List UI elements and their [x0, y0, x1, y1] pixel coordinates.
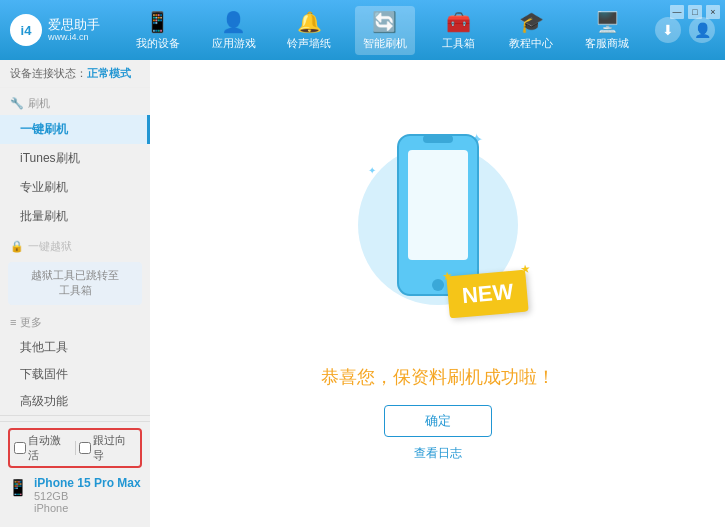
guided-activation-checkbox[interactable]: 跟过向导 — [79, 433, 136, 463]
iphone-icon: 📱 — [8, 478, 28, 497]
logo-text: 爱思助手 www.i4.cn — [48, 17, 100, 43]
nav-apps-games[interactable]: 👤 应用游戏 — [204, 6, 264, 55]
download-button[interactable]: ⬇ — [655, 17, 681, 43]
sidebar-item-other-tools[interactable]: 其他工具 — [0, 334, 150, 361]
svg-rect-2 — [423, 135, 453, 143]
nav-toolbox[interactable]: 🧰 工具箱 — [431, 6, 486, 55]
flash-group: 🔧 刷机 一键刷机 iTunes刷机 专业刷机 批量刷机 — [0, 92, 150, 231]
confirm-button[interactable]: 确定 — [384, 405, 492, 437]
sparkle-3: ✦ — [368, 165, 376, 176]
nav-bar: 📱 我的设备 👤 应用游戏 🔔 铃声墙纸 🔄 智能刷机 🧰 工具箱 🎓 — [120, 6, 645, 55]
ringtones-icon: 🔔 — [297, 10, 322, 34]
success-message: 恭喜您，保资料刷机成功啦！ — [321, 365, 555, 389]
more-section-header: ≡ 更多 — [0, 311, 150, 334]
tutorial-icon: 🎓 — [519, 10, 544, 34]
nav-my-device[interactable]: 📱 我的设备 — [128, 6, 188, 55]
auto-activate-checkbox[interactable]: 自动激活 — [14, 433, 71, 463]
lock-icon: 🔒 — [10, 240, 24, 253]
sidebar-item-batch-flash[interactable]: 批量刷机 — [0, 202, 150, 231]
toolbox-icon: 🧰 — [446, 10, 471, 34]
apps-icon: 👤 — [221, 10, 246, 34]
sidebar-item-download-firmware[interactable]: 下载固件 — [0, 361, 150, 388]
auto-options-group: 自动激活 跟过向导 — [8, 428, 142, 468]
window-controls: — □ × — [670, 5, 720, 19]
close-button[interactable]: × — [706, 5, 720, 19]
device-name[interactable]: iPhone 15 Pro Max — [34, 476, 141, 490]
view-log-link[interactable]: 查看日志 — [414, 445, 462, 462]
guided-activation-input[interactable] — [79, 442, 91, 454]
sidebar-item-advanced[interactable]: 高级功能 — [0, 388, 150, 415]
service-icon: 🖥️ — [595, 10, 620, 34]
device-details: iPhone 15 Pro Max 512GB iPhone — [34, 476, 141, 514]
jailbreak-disabled: 🔒 一键越狱 — [0, 235, 150, 258]
main-content: ✦ ✦ ✦ NEW 恭喜您，保资料刷机成功啦！ 确定 查看日志 — [150, 60, 725, 527]
nav-tutorial[interactable]: 🎓 教程中心 — [501, 6, 561, 55]
divider — [75, 441, 76, 455]
device-section: 自动激活 跟过向导 📱 iPhone 15 Pro Max 512GB iPho… — [0, 421, 150, 522]
sidebar-device-section: 自动激活 跟过向导 📱 iPhone 15 Pro Max 512GB iPho… — [0, 415, 150, 527]
sidebar: 设备连接状态：正常模式 🔧 刷机 一键刷机 iTunes刷机 专业刷机 批量刷机 — [0, 60, 150, 527]
svg-rect-1 — [408, 150, 468, 260]
phone-illustration: ✦ ✦ ✦ NEW — [338, 125, 538, 345]
nav-smart-flash[interactable]: 🔄 智能刷机 — [355, 6, 415, 55]
maximize-button[interactable]: □ — [688, 5, 702, 19]
logo-icon: i4 — [10, 14, 42, 46]
new-badge: NEW — [446, 270, 529, 319]
header-right: ⬇ 👤 — [655, 17, 715, 43]
flash-icon: 🔄 — [372, 10, 397, 34]
nav-service[interactable]: 🖥️ 客服商城 — [577, 6, 637, 55]
logo: i4 爱思助手 www.i4.cn — [10, 14, 100, 46]
sidebar-item-pro-flash[interactable]: 专业刷机 — [0, 173, 150, 202]
flash-group-header: 🔧 刷机 — [0, 92, 150, 115]
minimize-button[interactable]: — — [670, 5, 684, 19]
device-type: iPhone — [34, 502, 141, 514]
jailbreak-notice: 越狱工具已跳转至 工具箱 — [8, 262, 142, 305]
auto-activate-input[interactable] — [14, 442, 26, 454]
nav-ringtones[interactable]: 🔔 铃声墙纸 — [279, 6, 339, 55]
device-storage: 512GB — [34, 490, 141, 502]
more-icon: ≡ — [10, 316, 16, 328]
header: i4 爱思助手 www.i4.cn 📱 我的设备 👤 应用游戏 🔔 铃声墙纸 🔄 — [0, 0, 725, 60]
device-icon: 📱 — [145, 10, 170, 34]
device-info: 📱 iPhone 15 Pro Max 512GB iPhone — [8, 474, 142, 516]
status-bar: 设备连接状态：正常模式 — [0, 60, 150, 88]
main-area: 设备连接状态：正常模式 🔧 刷机 一键刷机 iTunes刷机 专业刷机 批量刷机 — [0, 60, 725, 527]
sidebar-item-one-click-flash[interactable]: 一键刷机 — [0, 115, 150, 144]
sidebar-item-itunes-flash[interactable]: iTunes刷机 — [0, 144, 150, 173]
success-illustration: ✦ ✦ ✦ NEW 恭喜您，保资料刷机成功啦！ 确定 查看日志 — [321, 125, 555, 462]
wrench-icon: 🔧 — [10, 97, 24, 110]
user-button[interactable]: 👤 — [689, 17, 715, 43]
sidebar-scroll: 🔧 刷机 一键刷机 iTunes刷机 专业刷机 批量刷机 🔒 一键越狱 — [0, 88, 150, 415]
